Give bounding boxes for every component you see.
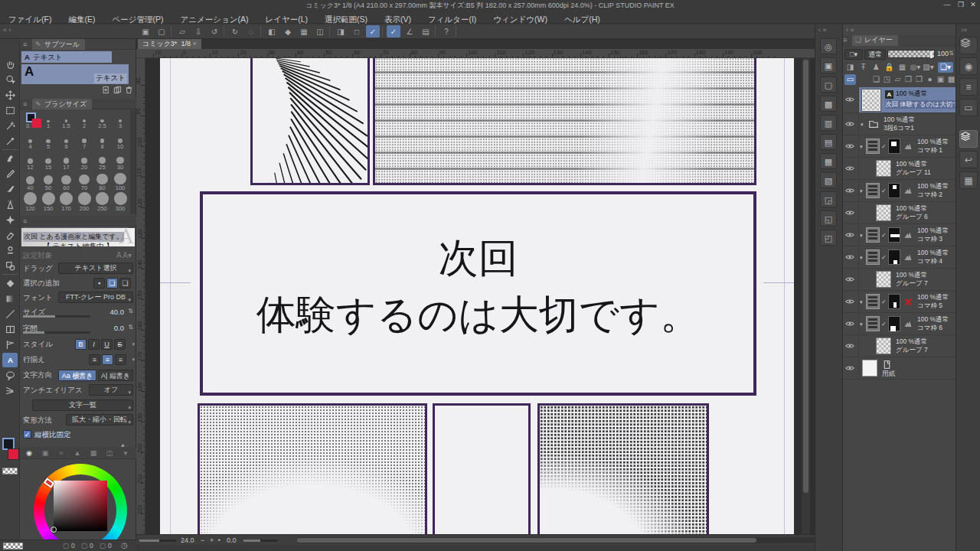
tool-figure[interactable] — [2, 259, 18, 273]
document-tab-close-icon[interactable]: × — [192, 40, 196, 47]
menu-edit[interactable]: 編集(E) — [60, 13, 103, 25]
material-doc-button[interactable]: ▤ — [419, 25, 433, 37]
tool-frame-border[interactable] — [2, 322, 18, 337]
panel-tone-fade-left[interactable] — [198, 403, 427, 534]
selection-add-button[interactable]: ❏ — [106, 278, 118, 289]
layer-row-コマ枠 5[interactable]: ▾✓100 %通常コマ枠 5 — [843, 291, 956, 313]
align-center-button[interactable]: ≡ — [102, 354, 113, 365]
panel-collapse-arrows[interactable]: ‹ » — [846, 26, 854, 34]
undo-button[interactable]: ↺ — [207, 25, 221, 37]
brush-size-1[interactable]: 1 — [40, 110, 57, 131]
expand-chevron-icon[interactable]: ▾ — [860, 255, 863, 261]
palette-button-navigator[interactable]: ◎ — [820, 38, 837, 54]
menu-layer[interactable]: レイヤー(L) — [256, 13, 316, 25]
panel-collapse-left[interactable]: « ‹ — [3, 26, 11, 34]
sv-cursor[interactable] — [51, 527, 57, 533]
menu-select[interactable]: 選択範囲(S) — [316, 13, 376, 25]
tool-selection[interactable] — [2, 103, 18, 118]
strip-collapse-arrows[interactable]: ‹ » — [818, 26, 827, 34]
colorwheel-tab-4[interactable]: ▦ — [89, 448, 98, 458]
colorwheel-tab-5[interactable]: ◫ — [105, 448, 114, 458]
menu-page[interactable]: ページ管理(P) — [103, 13, 172, 25]
drag-select[interactable]: テキスト選択▾ — [58, 262, 133, 274]
tool-zoom[interactable] — [2, 42, 18, 57]
new-document-button[interactable]: ▢ — [155, 25, 168, 37]
layer-new-icon-1[interactable]: ◳ — [881, 74, 893, 85]
direction-horizontal-button[interactable]: Aa 横書き — [58, 370, 96, 381]
layer-lock-icon-4[interactable]: ▦ — [897, 62, 908, 73]
palette-button-item-bank[interactable]: ▢ — [820, 77, 837, 93]
layer-opacity-slider[interactable] — [887, 50, 935, 58]
layer-row-body[interactable]: 100 %通常グループ 11 — [859, 158, 956, 179]
expand-chevron-icon[interactable]: ▾ — [860, 321, 863, 328]
layer-palette-mode-icon[interactable]: ▭ — [844, 74, 856, 85]
colorwheel-tab-2[interactable]: ≈ — [57, 448, 66, 458]
layer-row-body[interactable]: ▾✓100 %通常コマ枠 1 — [859, 135, 956, 157]
layer-new-icon-3[interactable]: ❐ — [903, 74, 914, 85]
transform-select[interactable]: 拡大・縮小・回転▾ — [66, 414, 133, 425]
sv-square[interactable] — [54, 481, 107, 531]
canvas-viewport[interactable]: 次回体験するのは大切です。 — [145, 58, 802, 534]
subtool-item-text[interactable]: Aテキスト — [21, 51, 112, 63]
palette-button-material-4[interactable]: ▦ — [820, 153, 837, 169]
layer-type-filter[interactable]: □▾ — [844, 49, 863, 60]
brush-size-15[interactable]: 15 — [40, 152, 57, 172]
layer-row-body[interactable]: 100 %通常グループ 7 — [859, 269, 956, 290]
deselect-button[interactable]: ◌ — [244, 25, 258, 37]
menu-animation[interactable]: アニメーション(A) — [172, 13, 256, 25]
style-i-button[interactable]: I — [88, 339, 100, 350]
tool-brush[interactable] — [2, 182, 18, 197]
layer-row-body[interactable]: 100 %通常グループ 6 — [859, 202, 956, 223]
horizontal-scrollbar-thumb[interactable] — [297, 538, 756, 543]
menu-help[interactable]: ヘルプ(H) — [556, 13, 609, 25]
expand-chevron-icon[interactable]: ▾ — [861, 122, 864, 128]
panel-menu-icon[interactable]: ≡ — [23, 39, 31, 50]
visibility-eye-icon[interactable] — [845, 164, 854, 173]
tool-line[interactable] — [2, 307, 18, 321]
panel-menu-icon[interactable]: ≡ — [23, 216, 31, 227]
visibility-eye-icon[interactable] — [845, 341, 854, 350]
visibility-eye-icon[interactable] — [845, 275, 854, 284]
panel-menu-icon[interactable]: ≡ — [843, 36, 851, 44]
dock-tab-layer-property[interactable]: ≡ — [959, 78, 978, 96]
close-button[interactable]: ✕ — [968, 0, 978, 10]
layer-lock-icon-0[interactable]: ◨ — [844, 62, 856, 73]
brush-size-30[interactable]: 30 — [112, 152, 129, 172]
brush-size-50[interactable]: 50 — [40, 172, 57, 193]
layer-combine-icon[interactable]: ❏▾ — [938, 62, 953, 73]
align-right-button[interactable]: ≡ — [115, 354, 126, 365]
wheel-sub-color-swatch[interactable] — [32, 119, 41, 128]
layer-lock-icon-6[interactable]: ▨▾ — [923, 62, 934, 73]
brush-size-2[interactable]: 2 — [76, 110, 93, 131]
layer-row-body[interactable]: ▾✓100 %通常コマ枠 5 — [859, 291, 956, 312]
expand-chevron-icon[interactable]: ▾ — [860, 299, 863, 305]
tool-decoration[interactable] — [2, 213, 18, 227]
tool-airbrush[interactable] — [2, 197, 18, 212]
tool-auto-select[interactable] — [2, 119, 18, 133]
size-spinner[interactable]: ⇅ — [128, 308, 133, 315]
panel-tone-bands[interactable] — [373, 58, 756, 185]
selection-sub-button[interactable]: ❏ — [119, 278, 131, 289]
layer-row-次回 体験するのは大切で[interactable]: A100 %通常次回 体験するのは大切で — [843, 87, 956, 113]
vertical-scrollbar-thumb[interactable] — [803, 60, 808, 493]
brush-size-80[interactable]: 80 — [93, 172, 111, 193]
colorwheel-tab-3[interactable]: ▲ — [73, 448, 82, 458]
subtool-preview[interactable]: Aテキスト — [21, 64, 129, 84]
tool-eyedropper[interactable] — [2, 134, 18, 148]
layer-row-body[interactable]: A100 %通常次回 体験するのは大切で — [859, 87, 956, 112]
brush-size-2.5[interactable]: 2.5 — [93, 110, 111, 131]
dock-tab-timeline[interactable]: ↩ — [959, 151, 978, 168]
brush-size-250[interactable]: 250 — [93, 193, 111, 214]
maximize-button[interactable]: ❐ — [956, 0, 966, 10]
style-u-button[interactable]: U — [101, 339, 113, 350]
layer-new-icon-2[interactable]: ▱ — [892, 74, 903, 85]
brush-size-200[interactable]: 200 — [76, 193, 93, 214]
colorwheel-tab-6[interactable]: ▾ — [121, 448, 130, 458]
brush-size-60[interactable]: 60 — [57, 172, 75, 193]
tool-ruler[interactable] — [2, 337, 18, 352]
brush-size-1.5[interactable]: 1.5 — [57, 110, 75, 131]
layer-row-コマ枠 2[interactable]: ▾✓100 %通常コマ枠 2 — [843, 180, 956, 202]
tool-hand[interactable] — [2, 57, 18, 72]
brush-size-8[interactable]: 8 — [93, 131, 111, 152]
brush-size-6[interactable]: 6 — [57, 131, 75, 152]
